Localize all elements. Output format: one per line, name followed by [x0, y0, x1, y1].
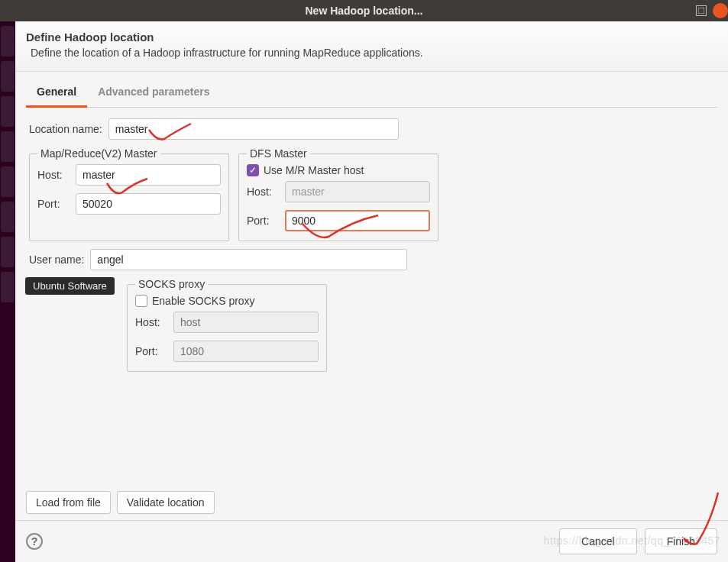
dfs-host-input	[285, 181, 430, 202]
launcher-item[interactable]	[1, 131, 15, 162]
launcher-item[interactable]	[1, 96, 15, 127]
launcher-item[interactable]	[1, 202, 15, 232]
page-description: Define the location of a Hadoop infrastr…	[31, 47, 717, 59]
ubuntu-launcher	[0, 21, 15, 562]
username-input[interactable]	[90, 249, 407, 270]
page-title: Define Hadoop location	[26, 31, 717, 44]
dfs-port-input[interactable]	[285, 210, 430, 231]
mapreduce-master-group: Map/Reduce(V2) Master Host: Port:	[29, 147, 229, 241]
minimize-restore-icon[interactable]	[696, 5, 707, 16]
launcher-item[interactable]	[1, 26, 15, 57]
dfs-host-label: Host:	[247, 186, 279, 198]
mr-port-label: Port:	[37, 198, 70, 210]
window-titlebar: New Hadoop location...	[0, 0, 728, 21]
location-name-input[interactable]	[108, 118, 399, 140]
mr-port-input[interactable]	[76, 193, 221, 215]
dialog: Define Hadoop location Define the locati…	[15, 21, 728, 562]
dfs-port-label: Port:	[247, 215, 279, 227]
socks-port-label: Port:	[135, 345, 167, 357]
watermark: https://blog.csdn.net/qq_40939457	[544, 535, 720, 547]
socks-proxy-group: SOCKS proxy Enable SOCKS proxy Host: Por…	[127, 278, 327, 372]
tab-bar: General Advanced parameters	[26, 79, 717, 108]
dfs-master-legend: DFS Master	[247, 147, 310, 160]
mapreduce-master-legend: Map/Reduce(V2) Master	[37, 147, 160, 160]
username-label: User name:	[29, 254, 84, 266]
banner: Define Hadoop location Define the locati…	[15, 21, 728, 72]
content-area: General Advanced parameters Location nam…	[15, 72, 728, 520]
form-general: Location name: Map/Reduce(V2) Master Hos…	[26, 108, 717, 375]
tab-advanced[interactable]: Advanced parameters	[87, 79, 220, 108]
launcher-item[interactable]	[1, 272, 15, 302]
mr-host-input[interactable]	[76, 164, 221, 186]
help-icon[interactable]: ?	[26, 533, 43, 550]
load-from-file-button[interactable]: Load from file	[26, 491, 111, 514]
panel-button-row: Load from file Validate location	[26, 483, 717, 520]
socks-proxy-legend: SOCKS proxy	[135, 278, 208, 290]
svg-rect-0	[698, 8, 704, 14]
launcher-item[interactable]	[1, 166, 15, 197]
launcher-item[interactable]	[1, 237, 15, 267]
mr-host-label: Host:	[37, 169, 70, 181]
use-mr-host-label: Use M/R Master host	[264, 164, 364, 176]
launcher-item[interactable]	[1, 61, 15, 92]
use-mr-host-checkbox[interactable]: ✓	[247, 164, 259, 176]
dfs-master-group: DFS Master ✓ Use M/R Master host Host: P…	[238, 147, 438, 241]
launcher-tooltip: Ubuntu Software	[25, 277, 115, 295]
socks-port-input	[173, 341, 319, 362]
validate-location-button[interactable]: Validate location	[117, 491, 215, 514]
window-title: New Hadoop location...	[305, 5, 422, 17]
socks-host-input	[173, 312, 319, 333]
enable-socks-checkbox[interactable]	[135, 295, 147, 307]
enable-socks-label: Enable SOCKS proxy	[152, 295, 255, 307]
socks-host-label: Host:	[135, 316, 167, 328]
close-icon[interactable]	[713, 3, 728, 18]
tab-general[interactable]: General	[26, 79, 87, 108]
location-name-label: Location name:	[29, 123, 102, 135]
